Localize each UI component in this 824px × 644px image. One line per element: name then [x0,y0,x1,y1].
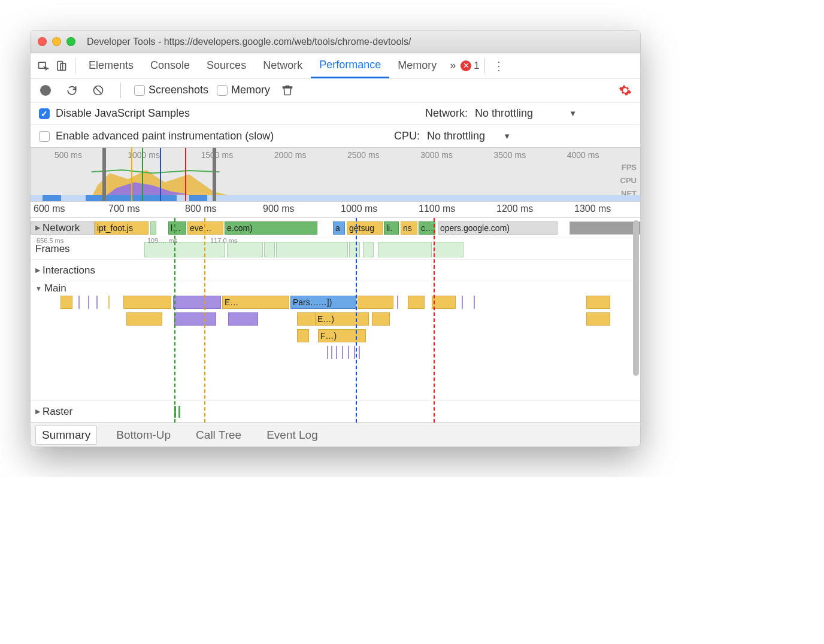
details-tabs: Summary Bottom-Up Call Tree Event Log [31,423,640,446]
record-button[interactable] [37,81,54,99]
overview-strip[interactable]: 500 ms1000 ms1500 ms2000 ms2500 ms3000 m… [31,148,640,202]
memory-checkbox[interactable]: Memory [217,84,270,96]
chevron-down-icon: ▼ [503,132,511,141]
devtools-window: Developer Tools - https://developers.goo… [30,30,641,447]
error-count: 1 [474,60,479,72]
tab-memory[interactable]: Memory [389,53,445,78]
kebab-menu-icon[interactable]: ⋮ [490,57,508,75]
network-throttle-select[interactable]: No throttling▼ [475,107,577,120]
main-track[interactable]: ▼Main E… Pars……]) [31,281,640,401]
vertical-scrollbar[interactable] [633,220,639,376]
disable-js-checkbox[interactable]: Disable JavaScript Samples [39,107,190,120]
minimize-button[interactable] [52,37,61,46]
raster-bar[interactable] [178,406,180,418]
network-bar[interactable]: a [333,221,345,235]
settings-gear-icon[interactable] [616,81,634,99]
chevron-right-icon: ▶ [35,266,40,274]
marker [131,148,132,201]
device-toggle-icon[interactable] [52,57,70,75]
tab-summary[interactable]: Summary [35,426,97,445]
tab-event-log[interactable]: Event Log [260,426,324,444]
tab-console[interactable]: Console [142,53,198,78]
interactions-track[interactable]: ▶Interactions [31,260,640,281]
network-bar[interactable] [31,221,95,235]
frame[interactable] [378,242,432,257]
close-button[interactable] [38,37,47,46]
divider [75,58,75,74]
cpu-label: CPU: [394,130,420,142]
panel-tabs: Elements Console Sources Network Perform… [31,53,640,78]
raster-track[interactable]: ▶Raster [31,401,640,423]
network-bar[interactable]: e.com) [225,221,317,235]
marker-line-yellow [204,218,205,423]
flame-chart[interactable]: E… Pars……]) [31,296,640,363]
tab-elements[interactable]: Elements [80,53,142,78]
tab-more[interactable]: » [445,53,461,78]
network-bar[interactable]: ns [401,221,417,235]
network-bar[interactable]: getsug [347,221,383,235]
network-bar[interactable]: l… [168,221,186,235]
network-bar[interactable]: opers.google.com) [438,221,558,235]
error-badge[interactable]: ✕ 1 [461,60,479,72]
frame[interactable] [363,242,374,257]
network-bar[interactable]: c… [419,221,435,235]
svg-rect-1 [57,61,62,70]
reload-icon[interactable] [63,81,81,99]
frame[interactable] [264,242,275,257]
divider [120,83,121,98]
divider [484,58,485,74]
chevron-right-icon: ▶ [35,408,40,415]
zoom-button[interactable] [66,37,75,46]
frame[interactable] [434,242,463,257]
options-row-1: Disable JavaScript Samples Network: No t… [31,102,640,125]
marker-line-red [434,218,435,423]
tab-performance[interactable]: Performance [311,53,389,78]
marker-line-green [174,218,175,423]
network-bar[interactable]: li. [384,221,399,235]
network-label: Network: [425,107,468,120]
marker [160,148,161,201]
trash-icon[interactable] [278,81,296,99]
timeline[interactable]: 600 ms 700 ms 800 ms 900 ms 1000 ms 1100… [31,202,640,423]
chevron-down-icon: ▼ [35,285,42,292]
screenshots-checkbox[interactable]: Screenshots [134,84,208,96]
marker [185,148,186,201]
time-ruler: 600 ms 700 ms 800 ms 900 ms 1000 ms 1100… [31,202,640,218]
clear-icon[interactable] [89,81,107,99]
network-track[interactable]: ▶Network ipt_foot.js l… eve… e.com) a ge… [31,218,640,238]
titlebar: Developer Tools - https://developers.goo… [31,31,640,53]
tab-sources[interactable]: Sources [198,53,255,78]
window-title: Developer Tools - https://developers.goo… [87,37,411,47]
frames-track[interactable]: Frames 656.5 ms 109.… ms 117.0 ms [31,238,640,260]
marker [142,148,143,201]
tracks: ▶Network ipt_foot.js l… eve… e.com) a ge… [31,218,640,423]
network-bar[interactable] [569,221,641,235]
network-bar[interactable]: eve… [187,221,223,235]
tab-call-tree[interactable]: Call Tree [190,426,247,444]
network-bar[interactable] [150,221,156,235]
marker-line-blue [356,218,357,423]
error-icon: ✕ [461,60,471,71]
inspect-icon[interactable] [34,57,52,75]
tab-network[interactable]: Network [255,53,311,78]
options-row-2: Enable advanced paint instrumentation (s… [31,125,640,148]
frame[interactable] [349,242,360,257]
chevron-down-icon: ▼ [569,109,577,118]
network-bar[interactable]: ipt_foot.js [95,221,149,235]
overview-window-handle[interactable] [102,148,216,201]
frame[interactable] [276,242,348,257]
perf-toolbar: Screenshots Memory [31,78,640,102]
cpu-throttle-select[interactable]: No throttling▼ [427,130,511,142]
advanced-paint-checkbox[interactable]: Enable advanced paint instrumentation (s… [39,130,274,142]
tab-bottom-up[interactable]: Bottom-Up [110,426,177,444]
